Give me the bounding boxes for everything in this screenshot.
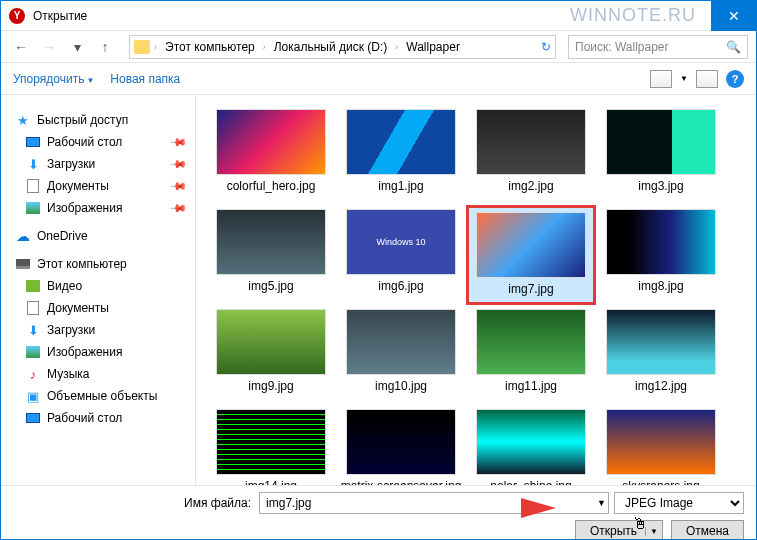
chevron-right-icon: › <box>395 42 398 52</box>
sidebar-video[interactable]: Видео <box>1 275 195 297</box>
thumbnail-image <box>476 309 586 375</box>
chevron-right-icon: › <box>263 42 266 52</box>
chevron-right-icon: › <box>154 42 157 52</box>
file-thumb[interactable]: Windows 10img6.jpg <box>336 205 466 305</box>
file-label: img6.jpg <box>378 279 423 293</box>
file-thumb[interactable]: img14.jpg <box>206 405 336 485</box>
footer: Имя файла: ▼ JPEG Image Открыть▼ Отмена … <box>1 485 756 540</box>
file-thumb[interactable]: colorful_hero.jpg <box>206 105 336 205</box>
preview-pane-button[interactable] <box>696 70 718 88</box>
file-thumb[interactable]: img9.jpg <box>206 305 336 405</box>
annotation-arrow <box>381 492 561 527</box>
sidebar: ★Быстрый доступ Рабочий стол📌 ⬇Загрузки📌… <box>1 95 196 485</box>
sidebar-this-pc[interactable]: Этот компьютер <box>1 253 195 275</box>
thumbnail-image <box>606 109 716 175</box>
folder-icon <box>134 40 150 54</box>
view-mode-button[interactable] <box>650 70 672 88</box>
file-thumb[interactable]: img1.jpg <box>336 105 466 205</box>
file-thumb[interactable]: polar_shine.jpg <box>466 405 596 485</box>
file-thumb[interactable]: img12.jpg <box>596 305 726 405</box>
sidebar-3d-objects[interactable]: ▣Объемные объекты <box>1 385 195 407</box>
up-button[interactable]: ↑ <box>93 39 117 55</box>
navbar: ← → ▾ ↑ › Этот компьютер › Локальный дис… <box>1 31 756 63</box>
thumbnail-image <box>606 209 716 275</box>
sidebar-pictures[interactable]: Изображения📌 <box>1 197 195 219</box>
breadcrumb[interactable]: Wallpaper <box>402 40 464 54</box>
thumbnail-image <box>216 109 326 175</box>
close-button[interactable]: ✕ <box>711 1 756 31</box>
forward-button[interactable]: → <box>37 35 61 59</box>
cancel-button[interactable]: Отмена <box>671 520 744 540</box>
cursor-icon: 🖱 <box>632 515 648 533</box>
history-dropdown[interactable]: ▾ <box>65 35 89 59</box>
address-bar[interactable]: › Этот компьютер › Локальный диск (D:) ›… <box>129 35 556 59</box>
open-button[interactable]: Открыть▼ <box>575 520 663 540</box>
toolbar: Упорядочить▼ Новая папка ▼ ? <box>1 63 756 95</box>
app-icon: Y <box>9 8 25 24</box>
sidebar-desktop2[interactable]: Рабочий стол <box>1 407 195 429</box>
file-label: img7.jpg <box>508 282 553 296</box>
breadcrumb[interactable]: Этот компьютер <box>161 40 259 54</box>
window-title: Открытие <box>33 9 87 23</box>
back-button[interactable]: ← <box>9 35 33 59</box>
sidebar-pictures2[interactable]: Изображения <box>1 341 195 363</box>
view-controls: ▼ ? <box>650 70 744 88</box>
pin-icon: 📌 <box>168 198 187 217</box>
file-label: img11.jpg <box>505 379 557 393</box>
file-label: img5.jpg <box>248 279 293 293</box>
titlebar: Y Открытие WINNOTE.RU ✕ <box>1 1 756 31</box>
thumbnail-image <box>606 409 716 475</box>
thumbnail-image <box>346 409 456 475</box>
sidebar-quick-access[interactable]: ★Быстрый доступ <box>1 109 195 131</box>
file-label: img3.jpg <box>638 179 683 193</box>
filename-label: Имя файла: <box>51 496 251 510</box>
thumbnail-image <box>216 209 326 275</box>
sidebar-onedrive[interactable]: ☁OneDrive <box>1 225 195 247</box>
help-button[interactable]: ? <box>726 70 744 88</box>
thumbnail-image <box>606 309 716 375</box>
thumbnail-image: Windows 10 <box>346 209 456 275</box>
sidebar-documents[interactable]: Документы📌 <box>1 175 195 197</box>
file-label: img8.jpg <box>638 279 683 293</box>
file-label: colorful_hero.jpg <box>227 179 316 193</box>
file-label: img9.jpg <box>248 379 293 393</box>
sidebar-downloads2[interactable]: ⬇Загрузки <box>1 319 195 341</box>
new-folder-button[interactable]: Новая папка <box>110 72 180 86</box>
file-thumb[interactable]: img11.jpg <box>466 305 596 405</box>
search-input[interactable]: Поиск: Wallpaper 🔍 <box>568 35 748 59</box>
thumbnail-image <box>346 309 456 375</box>
pin-icon: 📌 <box>168 132 187 151</box>
file-grid: colorful_hero.jpgimg1.jpgimg2.jpgimg3.jp… <box>196 95 756 485</box>
sidebar-downloads[interactable]: ⬇Загрузки📌 <box>1 153 195 175</box>
search-icon[interactable]: 🔍 <box>726 40 741 54</box>
file-thumb[interactable]: matrix-screensaver.jpg <box>336 405 466 485</box>
thumbnail-image <box>476 409 586 475</box>
filetype-select[interactable]: JPEG Image <box>614 492 744 514</box>
file-thumb[interactable]: skysrapers.jpg <box>596 405 726 485</box>
organize-menu[interactable]: Упорядочить▼ <box>13 72 94 86</box>
refresh-button[interactable]: ↻ <box>541 40 551 54</box>
pin-icon: 📌 <box>168 154 187 173</box>
breadcrumb[interactable]: Локальный диск (D:) <box>270 40 392 54</box>
file-label: img2.jpg <box>508 179 553 193</box>
file-label: img10.jpg <box>375 379 427 393</box>
chevron-down-icon[interactable]: ▼ <box>597 498 606 508</box>
thumbnail-image <box>476 212 586 278</box>
sidebar-music[interactable]: ♪Музыка <box>1 363 195 385</box>
thumbnail-image <box>216 309 326 375</box>
sidebar-desktop[interactable]: Рабочий стол📌 <box>1 131 195 153</box>
chevron-down-icon[interactable]: ▼ <box>680 74 688 83</box>
thumbnail-image <box>346 109 456 175</box>
sidebar-documents2[interactable]: Документы <box>1 297 195 319</box>
file-thumb[interactable]: img7.jpg <box>466 205 596 305</box>
search-placeholder: Поиск: Wallpaper <box>575 40 669 54</box>
file-thumb[interactable]: img3.jpg <box>596 105 726 205</box>
file-thumb[interactable]: img2.jpg <box>466 105 596 205</box>
file-thumb[interactable]: img5.jpg <box>206 205 336 305</box>
file-label: img12.jpg <box>635 379 687 393</box>
file-thumb[interactable]: img10.jpg <box>336 305 466 405</box>
thumbnail-image <box>216 409 326 475</box>
file-label: img1.jpg <box>378 179 423 193</box>
file-thumb[interactable]: img8.jpg <box>596 205 726 305</box>
pin-icon: 📌 <box>168 176 187 195</box>
